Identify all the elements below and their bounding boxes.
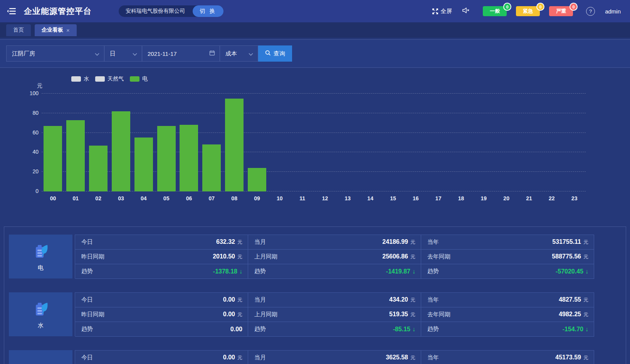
energy-card-table: 今日0.00元当月434.20元当年4827.55元昨日同期0.00元上月同期5… bbox=[75, 292, 594, 336]
search-icon bbox=[265, 50, 271, 57]
table-cell: 当年45173.59元 bbox=[421, 351, 594, 364]
cell-value: 24186.99 bbox=[382, 238, 408, 245]
legend-label: 电 bbox=[142, 75, 148, 82]
cell-value-wrap: 434.20元 bbox=[389, 296, 415, 304]
x-tick-label: 08 bbox=[223, 195, 246, 201]
bar[interactable] bbox=[225, 99, 244, 191]
y-tick-label: 60 bbox=[15, 129, 39, 136]
alarm-label: 严重 bbox=[556, 8, 566, 15]
alarm-button[interactable]: 严重0 bbox=[549, 6, 573, 16]
period-select-value: 日 bbox=[110, 50, 116, 57]
trend-down-icon: ↓ bbox=[585, 268, 588, 275]
energy-summary-panel: 电今日632.32元当月24186.99元当年531755.11元昨日同期201… bbox=[4, 226, 626, 364]
cell-label: 去年同期 bbox=[427, 311, 450, 318]
cell-value-wrap: 24186.99元 bbox=[382, 238, 415, 246]
alarm-count-badge: 0 bbox=[536, 3, 544, 11]
bar[interactable] bbox=[157, 126, 176, 191]
energy-card-tile[interactable] bbox=[9, 350, 72, 364]
battery-leaf-icon bbox=[32, 362, 50, 364]
alarm-group: 一般0紧急0严重0 bbox=[483, 6, 573, 16]
cell-label: 当月 bbox=[254, 296, 266, 304]
trend-down-icon: ↓ bbox=[239, 268, 242, 275]
x-tick-label: 00 bbox=[42, 195, 64, 201]
cell-label: 当月 bbox=[254, 354, 266, 361]
energy-card-label: 电 bbox=[38, 264, 44, 272]
x-tick-label: 04 bbox=[132, 195, 155, 201]
switch-company-button[interactable]: 切 换 bbox=[193, 5, 223, 17]
x-tick-label: 06 bbox=[178, 195, 200, 201]
query-button[interactable]: 查询 bbox=[258, 45, 292, 62]
tab[interactable]: 首页 bbox=[6, 24, 31, 36]
alarm-button[interactable]: 紧急0 bbox=[516, 6, 540, 16]
battery-leaf-icon bbox=[32, 300, 50, 319]
bar[interactable] bbox=[44, 126, 62, 191]
fullscreen-icon bbox=[432, 8, 438, 15]
legend-item[interactable]: 水 bbox=[71, 75, 89, 82]
energy-card-table: 今日632.32元当月24186.99元当年531755.11元昨日同期2010… bbox=[75, 235, 594, 278]
site-select[interactable]: 江阴厂房 bbox=[7, 46, 104, 61]
mute-button[interactable] bbox=[462, 7, 470, 15]
x-tick-label: 12 bbox=[314, 195, 336, 201]
bar[interactable] bbox=[202, 144, 221, 191]
cell-label: 昨日同期 bbox=[81, 311, 104, 318]
cell-unit: 元 bbox=[237, 239, 242, 245]
cell-unit: 元 bbox=[237, 355, 242, 361]
x-tick-label: 01 bbox=[64, 195, 87, 201]
site-select-value: 江阴厂房 bbox=[12, 50, 35, 57]
table-cell: 趋势0.00 bbox=[75, 322, 248, 337]
cell-value: 0.00 bbox=[230, 326, 242, 332]
cell-label: 去年同期 bbox=[427, 253, 450, 260]
cell-label: 趋势 bbox=[427, 325, 439, 333]
bar[interactable] bbox=[89, 146, 108, 191]
cell-value: 434.20 bbox=[389, 296, 408, 303]
fullscreen-button[interactable]: 全屏 bbox=[432, 8, 452, 15]
help-icon[interactable]: ? bbox=[586, 7, 595, 16]
bar[interactable] bbox=[112, 111, 130, 191]
table-cell: 上月同期519.35元 bbox=[248, 307, 421, 322]
chevron-down-icon bbox=[95, 50, 99, 57]
close-icon[interactable]: × bbox=[66, 27, 70, 34]
username[interactable]: admin bbox=[605, 8, 621, 15]
cell-value-wrap: 4827.55元 bbox=[559, 296, 588, 304]
bar[interactable] bbox=[134, 138, 153, 191]
table-cell: 趋势-1378.18↓ bbox=[75, 264, 248, 279]
company-switcher: 安科瑞电气股份有限公司 切 换 bbox=[119, 5, 223, 17]
alarm-button[interactable]: 一般0 bbox=[483, 6, 507, 16]
cell-label: 当年 bbox=[427, 238, 439, 246]
table-cell: 当月3625.58元 bbox=[248, 351, 421, 364]
date-picker[interactable]: 2021-11-17 bbox=[142, 46, 220, 61]
cell-value: -85.15 bbox=[393, 326, 410, 332]
cell-unit: 元 bbox=[410, 355, 415, 361]
bar[interactable] bbox=[248, 168, 266, 191]
cell-unit: 元 bbox=[237, 297, 242, 303]
tab-label: 企业看板 bbox=[42, 27, 63, 34]
cell-value-wrap: 25606.86元 bbox=[382, 253, 415, 260]
cell-label: 趋势 bbox=[254, 268, 266, 275]
table-cell: 当月24186.99元 bbox=[248, 235, 421, 250]
cell-label: 今日 bbox=[81, 238, 93, 246]
energy-cost-chart: 水天然气电 元 020406080100 0001020304050607080… bbox=[0, 68, 630, 216]
energy-card-tile[interactable]: 电 bbox=[9, 235, 72, 278]
bar[interactable] bbox=[180, 125, 198, 191]
query-button-label: 查询 bbox=[274, 50, 285, 57]
legend-item[interactable]: 电 bbox=[130, 75, 148, 82]
cell-value-wrap: 632.32元 bbox=[216, 238, 242, 246]
table-cell: 今日0.00元 bbox=[75, 293, 248, 307]
collapse-menu-icon[interactable] bbox=[6, 6, 17, 17]
x-tick-label: 23 bbox=[563, 195, 586, 201]
tab[interactable]: 企业看板× bbox=[35, 24, 77, 36]
cell-value: 3625.58 bbox=[386, 354, 408, 361]
energy-card-tile[interactable]: 水 bbox=[9, 292, 72, 336]
bar[interactable] bbox=[66, 120, 85, 191]
cell-value-wrap: 0.00元 bbox=[223, 311, 242, 318]
cell-label: 昨日同期 bbox=[81, 253, 104, 260]
legend-item[interactable]: 天然气 bbox=[95, 75, 124, 82]
energy-card: 今日0.00元当月3625.58元当年45173.59元 bbox=[9, 350, 621, 364]
date-picker-value: 2021-11-17 bbox=[148, 50, 177, 57]
cell-unit: 元 bbox=[583, 312, 588, 317]
header-actions: 全屏 一般0紧急0严重0 ? admin bbox=[432, 6, 621, 16]
period-select[interactable]: 日 bbox=[104, 46, 142, 61]
cell-unit: 元 bbox=[583, 239, 588, 245]
metric-select[interactable]: 成本 bbox=[220, 46, 258, 61]
table-cell: 趋势-57020.45↓ bbox=[421, 264, 594, 279]
